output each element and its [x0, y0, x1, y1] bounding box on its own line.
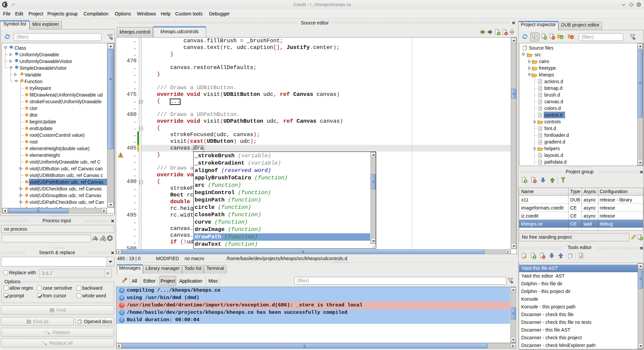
- svg-text:b: b: [48, 332, 50, 335]
- svg-text:a: a: [45, 330, 47, 333]
- svg-text:a: a: [42, 341, 44, 344]
- svg-text:b: b: [45, 343, 47, 346]
